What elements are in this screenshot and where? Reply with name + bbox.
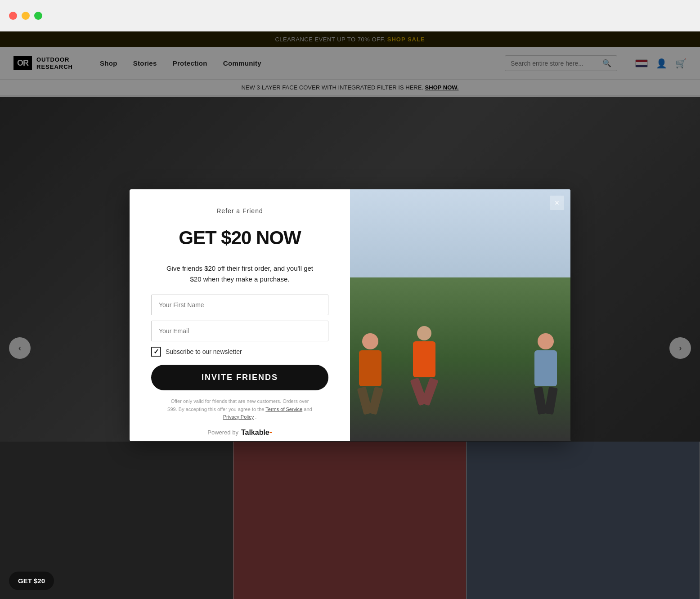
- person-2-head: [417, 326, 431, 340]
- modal-description: Give friends $20 off their first order, …: [166, 263, 314, 285]
- powered-by: Powered by Talkable-: [207, 428, 272, 437]
- close-button[interactable]: [9, 12, 17, 20]
- first-name-input[interactable]: [151, 295, 328, 315]
- modal-subtitle: Refer a Friend: [216, 207, 263, 215]
- talkable-dot: -: [269, 428, 272, 437]
- newsletter-row: ✓ Subscribe to our newsletter: [151, 347, 328, 357]
- person-3-torso: [534, 350, 557, 386]
- person-1: [359, 333, 381, 414]
- modal-overlay[interactable]: Refer a Friend GET $20 NOW Give friends …: [0, 31, 700, 599]
- refer-friend-modal: Refer a Friend GET $20 NOW Give friends …: [130, 189, 570, 441]
- person-1-legs: [360, 387, 380, 414]
- modal-title: GET $20 NOW: [179, 227, 301, 249]
- site-wrapper: CLEARANCE EVENT UP TO 70% OFF. SHOP SALE…: [0, 31, 700, 599]
- talkable-logo: Talkable-: [241, 428, 272, 437]
- terms-link[interactable]: Terms of Service: [265, 407, 302, 412]
- person-3-legs: [536, 387, 556, 414]
- person-2-torso: [413, 341, 435, 377]
- powered-by-text: Powered by: [207, 429, 238, 436]
- browser-chrome: [0, 0, 700, 31]
- get20-badge[interactable]: GET $20: [9, 572, 54, 590]
- invite-friends-button[interactable]: INVITE FRIENDS: [151, 365, 328, 390]
- person-1-torso: [359, 350, 381, 386]
- checkmark-icon: ✓: [153, 348, 159, 356]
- person-1-head: [362, 333, 378, 349]
- person-2: [413, 326, 435, 405]
- jumpers-scene: [350, 189, 570, 441]
- modal-left-panel: Refer a Friend GET $20 NOW Give friends …: [130, 189, 350, 441]
- minimize-button[interactable]: [22, 12, 30, 20]
- person-3-head: [538, 333, 554, 349]
- modal-right-panel: ×: [350, 189, 570, 441]
- modal-close-button[interactable]: ×: [550, 196, 564, 210]
- fullscreen-button[interactable]: [34, 12, 42, 20]
- person-3: [534, 333, 557, 414]
- fine-print: Offer only valid for friends that are ne…: [166, 398, 314, 421]
- newsletter-checkbox[interactable]: ✓: [151, 347, 161, 357]
- privacy-link[interactable]: Privacy Policy: [223, 414, 254, 420]
- person-2-legs: [414, 378, 434, 405]
- newsletter-label[interactable]: Subscribe to our newsletter: [166, 348, 242, 355]
- email-input[interactable]: [151, 321, 328, 341]
